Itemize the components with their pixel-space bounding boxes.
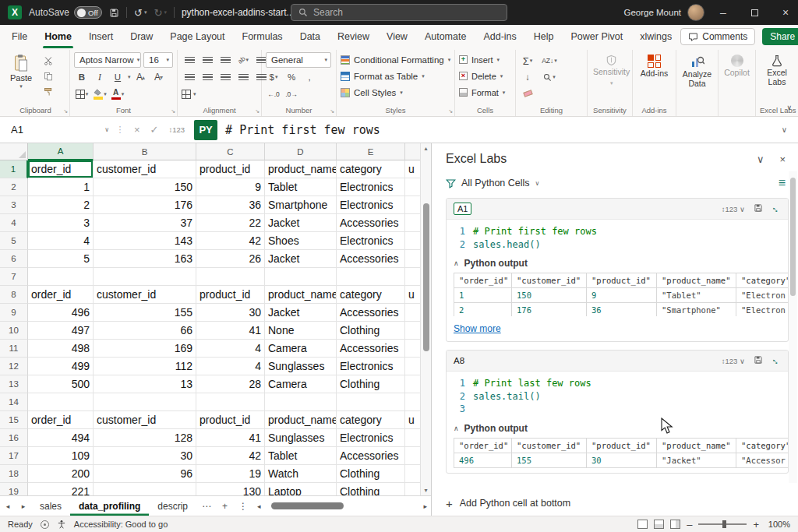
row-header-19[interactable]: 19 — [0, 483, 28, 495]
expand-formula-bar-icon[interactable]: ∨ — [782, 125, 798, 134]
hscroll-right-icon[interactable]: ▸ — [423, 502, 427, 510]
cell-C14[interactable] — [196, 393, 265, 411]
undo-button[interactable]: ↺ ▾ — [134, 7, 147, 19]
cell-E12[interactable]: Electronics — [337, 358, 405, 375]
row-header-6[interactable]: 6 — [0, 250, 28, 268]
cell-E18[interactable]: Clothing — [337, 465, 405, 483]
cell-C18[interactable]: 19 — [196, 465, 265, 483]
column-header-C[interactable]: C — [196, 143, 265, 160]
scroll-down-icon[interactable]: ▾ — [424, 487, 427, 494]
save-cell-icon[interactable] — [754, 354, 763, 368]
row-header-4[interactable]: 4 — [0, 214, 28, 232]
column-header-B[interactable]: B — [94, 143, 196, 160]
paste-button[interactable]: Paste ▾ — [5, 52, 37, 105]
cell-E4[interactable]: Accessories — [337, 214, 405, 232]
select-all-corner[interactable] — [0, 143, 28, 160]
clear-button[interactable] — [520, 86, 535, 100]
borders-button[interactable]: ▾ — [74, 87, 90, 101]
number-format-combo[interactable]: General ▾ — [266, 52, 331, 68]
cell-F4[interactable] — [405, 214, 420, 232]
cell-D17[interactable]: Tablet — [265, 447, 337, 465]
cell-D15[interactable]: product_name — [265, 411, 337, 429]
ribbon-collapse-icon[interactable]: ∨ — [786, 104, 792, 111]
cell-D7[interactable] — [265, 268, 337, 286]
zoom-level-label[interactable]: 100% — [765, 520, 790, 529]
cell-A18[interactable]: 200 — [28, 465, 94, 483]
cell-C19[interactable]: 130 — [196, 483, 265, 495]
cell-A12[interactable]: 499 — [28, 358, 94, 375]
close-button[interactable]: × — [773, 0, 798, 25]
cell-B2[interactable]: 150 — [94, 178, 196, 196]
font-color-button[interactable]: A▾ — [110, 87, 125, 101]
cell-B4[interactable]: 37 — [94, 214, 196, 232]
cell-D19[interactable]: Laptop — [265, 483, 337, 495]
cell-B12[interactable]: 112 — [94, 358, 196, 375]
maximize-button[interactable] — [742, 0, 767, 25]
cell-E14[interactable] — [337, 393, 405, 411]
cell-F12[interactable] — [405, 358, 420, 375]
redo-button[interactable]: ↻ ▾ — [154, 7, 166, 19]
python-output-header[interactable]: ∧Python output — [447, 421, 788, 436]
output-type-selector-icon[interactable]: ↕123 ∨ — [722, 205, 745, 213]
ribbon-tab-review[interactable]: Review — [329, 25, 378, 48]
cell-D12[interactable]: Sunglasses — [265, 358, 337, 375]
row-header-9[interactable]: 9 — [0, 304, 28, 322]
cell-D3[interactable]: Smartphone — [265, 196, 337, 214]
show-more-link[interactable]: Show more — [447, 321, 788, 341]
cell-B18[interactable]: 96 — [94, 465, 196, 483]
macro-record-icon[interactable] — [41, 520, 49, 529]
row-header-13[interactable]: 13 — [0, 375, 28, 393]
merge-center-button[interactable]: ▾ — [182, 87, 196, 101]
cell-C11[interactable]: 4 — [196, 340, 265, 358]
italic-button[interactable]: I — [92, 70, 108, 84]
addins-button[interactable]: Add-ins — [637, 52, 672, 105]
copy-button[interactable] — [41, 69, 56, 83]
cell-F8[interactable]: u — [405, 286, 420, 304]
zoom-slider[interactable] — [698, 523, 747, 525]
cell-E3[interactable]: Electronics — [337, 196, 405, 214]
expand-cell-icon[interactable]: ↔ — [769, 354, 783, 368]
ribbon-tab-formulas[interactable]: Formulas — [234, 25, 291, 48]
underline-dropdown-icon[interactable]: ▾ — [128, 74, 131, 80]
align-top-button[interactable] — [182, 53, 197, 67]
font-name-combo[interactable]: Aptos Narrow ▾ — [74, 52, 141, 68]
row-header-3[interactable]: 3 — [0, 196, 28, 214]
row-header-18[interactable]: 18 — [0, 465, 28, 483]
cell-A1[interactable]: order_id — [28, 160, 94, 178]
format-painter-button[interactable] — [41, 85, 56, 99]
expand-cell-icon[interactable]: ↔ — [769, 202, 783, 216]
font-size-combo[interactable]: 16 ▾ — [143, 52, 173, 68]
sheet-nav-right-icon[interactable]: ▸ — [16, 502, 31, 510]
cell-A15[interactable]: order_id — [28, 411, 94, 429]
cell-C4[interactable]: 22 — [196, 214, 265, 232]
cell-D8[interactable]: product_name — [265, 286, 337, 304]
cell-B5[interactable]: 143 — [94, 232, 196, 250]
ribbon-tab-power-pivot[interactable]: Power Pivot — [563, 25, 632, 48]
cell-reference[interactable]: A8 — [454, 356, 464, 365]
cell-B16[interactable]: 128 — [94, 429, 196, 447]
cell-D11[interactable]: Camera — [265, 340, 337, 358]
cell-E8[interactable]: category — [337, 286, 405, 304]
cell-C12[interactable]: 4 — [196, 358, 265, 375]
align-center-button[interactable] — [200, 70, 215, 84]
row-header-15[interactable]: 15 — [0, 411, 28, 429]
cell-D5[interactable]: Shoes — [265, 232, 337, 250]
styles-dialog-launcher[interactable]: ↘ — [448, 108, 453, 115]
cell-C6[interactable]: 26 — [196, 250, 265, 268]
ribbon-tab-page-layout[interactable]: Page Layout — [161, 25, 233, 48]
cell-F16[interactable] — [405, 429, 420, 447]
cell-C7[interactable] — [196, 268, 265, 286]
decrease-indent-button[interactable] — [235, 70, 251, 84]
cell-A9[interactable]: 496 — [28, 304, 94, 322]
cell-D4[interactable]: Jacket — [265, 214, 337, 232]
confirm-entry-icon[interactable]: ✓ — [150, 124, 159, 136]
row-header-1[interactable]: 1 — [0, 160, 28, 178]
zoom-out-icon[interactable]: – — [687, 519, 692, 530]
row-header-7[interactable]: 7 — [0, 268, 28, 286]
cell-A4[interactable]: 3 — [28, 214, 94, 232]
python-code-editor[interactable]: 1# Print last few rows2sales.tail()3 — [447, 372, 788, 421]
sensitivity-button[interactable]: Sensitivity ▾ — [591, 52, 631, 105]
cell-F3[interactable] — [405, 196, 420, 214]
save-cell-icon[interactable] — [754, 202, 763, 216]
formula-input[interactable]: # Print first few rows — [225, 123, 380, 137]
